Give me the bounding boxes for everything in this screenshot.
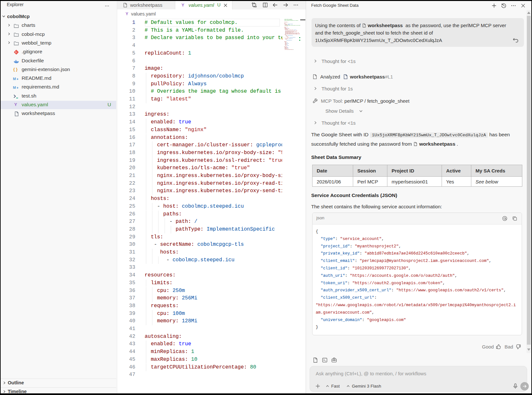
svg-text:M: M (13, 86, 16, 89)
svg-text:M: M (13, 77, 16, 81)
